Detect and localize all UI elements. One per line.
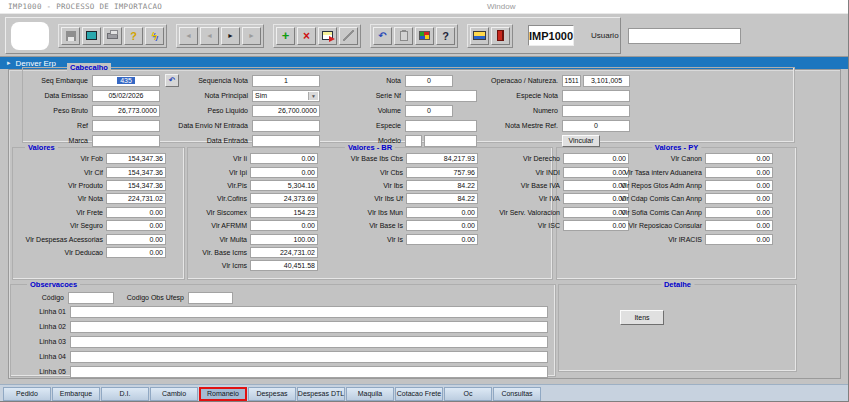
post-button[interactable]: [318, 27, 337, 45]
field-value-input[interactable]: 0.00: [406, 234, 478, 245]
print-button[interactable]: [103, 27, 122, 45]
field-value-input[interactable]: 100.00: [250, 234, 318, 245]
field-value-input[interactable]: 0.00: [705, 167, 773, 178]
delete-button[interactable]: ×: [297, 27, 316, 45]
field-value-input[interactable]: 24,373.69: [250, 193, 318, 204]
natureza-input[interactable]: 3,101,005: [583, 75, 630, 87]
linha-input[interactable]: [70, 366, 548, 378]
lightning-button[interactable]: ϟ: [145, 27, 164, 45]
colors-button[interactable]: [415, 27, 434, 45]
tab-romaneio[interactable]: Romaneio: [199, 387, 247, 401]
field-value-input[interactable]: 0.00: [406, 220, 478, 231]
valores-br-column-2: Vlr Base Ibs Cbs84,217.93Vlr Cbs757.96Vl…: [328, 152, 478, 246]
especie-nota-input[interactable]: [562, 90, 630, 102]
field-value-input[interactable]: 154,347.36: [106, 167, 166, 178]
add-button[interactable]: +: [276, 27, 295, 45]
field-value-input[interactable]: 0.00: [250, 220, 318, 231]
nota-mestre-ref-input[interactable]: 0: [562, 120, 630, 132]
field-value-input[interactable]: 0.00: [705, 193, 773, 204]
screen-button[interactable]: [82, 27, 101, 45]
peso-liquido-input[interactable]: 26,700.0000: [252, 105, 320, 117]
keyboard-button[interactable]: [470, 27, 489, 45]
field-value-input[interactable]: 0.00: [106, 220, 166, 231]
field-value-input[interactable]: 0.00: [106, 234, 166, 245]
numero-input[interactable]: [562, 105, 630, 117]
detalhe-group: Detalhe: [558, 284, 797, 372]
operacao-input[interactable]: 1511: [562, 75, 581, 87]
tab-consultas[interactable]: Consultas: [493, 387, 541, 401]
field-value-input[interactable]: 0.00: [106, 207, 166, 218]
field-row: Numero: [440, 103, 630, 118]
nav-last-button[interactable]: ►: [242, 27, 261, 45]
field-label: Vlr Canon: [560, 155, 705, 162]
field-value-input[interactable]: 224,731.02: [250, 247, 318, 258]
nota-principal-select[interactable]: Sim▼: [252, 90, 320, 102]
tab-despesas-dtl[interactable]: Despesas DTL: [297, 387, 345, 401]
itens-button[interactable]: Itens: [620, 310, 664, 325]
codigo-input[interactable]: [68, 292, 114, 304]
menu-window[interactable]: Window: [487, 2, 515, 11]
nav-prev-button[interactable]: ◄: [200, 27, 219, 45]
field-value-input[interactable]: 0.00: [705, 234, 773, 245]
exit-button[interactable]: [491, 27, 510, 45]
search-help-button[interactable]: ?: [124, 27, 143, 45]
tab-oc[interactable]: Oc: [444, 387, 492, 401]
save-button[interactable]: [61, 27, 80, 45]
field-value-input[interactable]: 5,304.16: [250, 180, 318, 191]
field-value-input[interactable]: 0.00: [106, 247, 166, 258]
field-value-input[interactable]: 0.00: [406, 207, 478, 218]
field-row: Vlr Ii0.00: [188, 152, 318, 165]
field-label: Numero: [440, 107, 562, 114]
tab-cotacao-frete[interactable]: Cotacao Frete: [395, 387, 443, 401]
linha-input[interactable]: [70, 321, 548, 333]
tab-despesas[interactable]: Despesas: [248, 387, 296, 401]
field-row: Vlr.Pis5,304.16: [188, 179, 318, 192]
field-value-input[interactable]: 0.00: [705, 180, 773, 191]
tab-maquila[interactable]: Maquila: [346, 387, 394, 401]
field-row: Operacao / Natureza. 1511 3,101,005: [440, 73, 630, 88]
field-value-input[interactable]: 0.00: [250, 153, 318, 164]
field-row: Vlr Is0.00: [328, 232, 478, 245]
nav-next-button[interactable]: ►: [221, 27, 240, 45]
vincular-button[interactable]: Vincular: [562, 135, 600, 147]
field-value-input[interactable]: 84,217.93: [406, 153, 478, 164]
tab-pedido[interactable]: Pedido: [3, 387, 51, 401]
field-row: Vlr Icms40,451.58: [188, 259, 318, 272]
field-value-input[interactable]: 154,347.36: [106, 180, 166, 191]
data-entrada-input[interactable]: [252, 135, 320, 147]
field-row: Vlr IRACIS0.00: [560, 232, 773, 245]
field-value-input[interactable]: 0.00: [705, 220, 773, 231]
linha-input[interactable]: [70, 351, 548, 363]
field-value-input[interactable]: 0.00: [705, 207, 773, 218]
field-value-input[interactable]: 0.00: [705, 153, 773, 164]
field-value-input[interactable]: 224,731.02: [106, 193, 166, 204]
tab-di[interactable]: D.I.: [101, 387, 149, 401]
field-row: Especie Nota: [440, 88, 630, 103]
linha-input[interactable]: [70, 306, 548, 318]
field-label: Data Entrada: [150, 137, 252, 144]
nav-first-button[interactable]: ◄: [179, 27, 198, 45]
tab-embarque[interactable]: Embarque: [52, 387, 100, 401]
field-row: Vlr Multa100.00: [188, 232, 318, 245]
codigo-obs-ufesp-input[interactable]: [188, 292, 233, 304]
field-value-input[interactable]: 0.00: [250, 167, 318, 178]
tab-cambio[interactable]: Cambio: [150, 387, 198, 401]
print-icon: [107, 33, 118, 39]
field-label: Operacao / Natureza.: [440, 77, 562, 84]
linha-input[interactable]: [70, 336, 548, 348]
data-envio-nf-entrada-input[interactable]: [252, 120, 320, 132]
field-value-input[interactable]: 154.23: [250, 207, 318, 218]
sequencia-nota-input[interactable]: 1: [252, 75, 320, 87]
undo-button[interactable]: ↶: [373, 27, 392, 45]
field-value-input[interactable]: 40,451.58: [250, 260, 318, 271]
field-value-input[interactable]: 84.22: [406, 180, 478, 191]
usuario-input[interactable]: [628, 28, 741, 44]
paste-button[interactable]: [394, 27, 413, 45]
modelo-input-1[interactable]: [405, 135, 422, 147]
observacoes-linhas: Linha 01Linha 02Linha 03Linha 04Linha 05: [10, 304, 548, 379]
field-value-input[interactable]: 154,347.36: [106, 153, 166, 164]
wand-button[interactable]: [339, 27, 358, 45]
field-value-input[interactable]: 757.96: [406, 167, 478, 178]
field-value-input[interactable]: 84.22: [406, 193, 478, 204]
help-button[interactable]: ?: [436, 27, 455, 45]
